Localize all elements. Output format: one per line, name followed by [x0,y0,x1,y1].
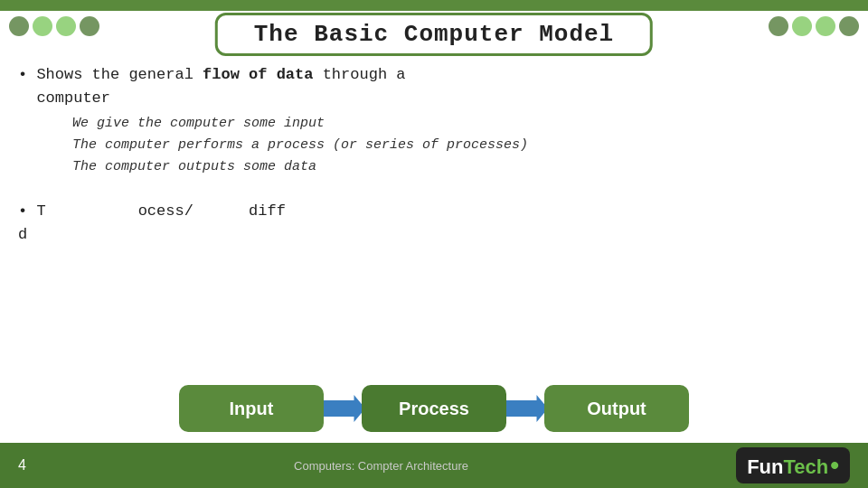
arrow-2 [503,395,548,422]
bullet-2-hidden2: es in [193,202,249,220]
page-number: 4 [18,457,26,474]
bullet-2-hidden3: erent [286,202,332,220]
footer-text: Computers: Compter Architecture [294,459,468,473]
title-box: The Basic Computer Model [215,13,653,56]
sub-item-3: The computer outputs some data [72,156,850,178]
input-box: Input [179,385,324,432]
funtech-logo-text: FunTech• [747,451,839,480]
deco-circles-left [0,11,108,42]
top-bar [0,0,868,11]
fun-text: Fun [747,455,783,478]
bullet-1-bold: flow of data [203,66,313,83]
deco-circle-1 [9,16,29,36]
logo-dot: • [830,451,839,479]
sub-item-2: The computer performs a process (or seri… [72,135,850,156]
process-box: Process [362,385,506,432]
bullet-2-text: • T [18,202,46,220]
bullet-2-middle: ocess/ [138,202,193,220]
bullet-1-suffix: through a [313,66,405,83]
arrow-1 [320,395,365,422]
bullet-2-suffix: diff [249,202,286,220]
sub-items: We give the computer some input The comp… [72,113,850,178]
sub-item-1: We give the computer some input [72,113,850,135]
slide-title: The Basic Computer Model [254,21,614,48]
deco-circle-6 [792,16,812,36]
output-box: Output [544,385,689,432]
deco-circle-4 [80,16,99,36]
deco-circle-5 [769,16,788,36]
bullet-2-line2: d [18,226,27,243]
deco-circle-8 [839,16,859,36]
bullet-2: • The same process/es in different devic… [18,200,850,246]
bullet-1-prefix: • Shows the general [18,66,203,83]
bullet-2-line2-hidden: evices [27,226,82,243]
deco-circle-3 [56,16,76,36]
output-label: Output [587,399,646,419]
funtech-logo: FunTech• [736,447,850,483]
bullet-2-hidden: he same pr [46,202,138,220]
deco-circle-7 [816,16,835,36]
deco-circle-2 [33,16,52,36]
flow-diagram: Input Process Output [54,381,814,436]
process-label: Process [399,399,469,419]
deco-circles-right [760,11,868,42]
input-label: Input [230,399,274,419]
tech-text: Tech [783,455,828,478]
bottom-bar: 4 Computers: Compter Architecture FunTec… [0,443,868,488]
bullet-1: • Shows the general flow of data through… [18,63,850,109]
